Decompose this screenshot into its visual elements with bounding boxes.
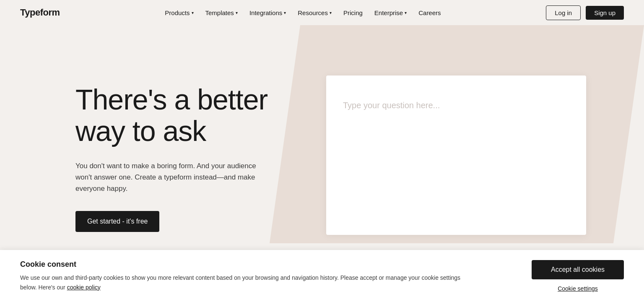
chevron-down-icon: ▾ <box>192 10 194 15</box>
hero-subtitle: You don't want to make a boring form. An… <box>75 160 268 195</box>
cookie-description: We use our own and third-party cookies t… <box>20 273 465 292</box>
nav-links: Products ▾ Templates ▾ Integrations ▾ Re… <box>160 6 446 20</box>
logo[interactable]: Typeform <box>20 7 60 18</box>
hero-content: There's a better way to ask You don't wa… <box>75 50 310 232</box>
nav-templates[interactable]: Templates ▾ <box>200 6 243 20</box>
nav-integrations[interactable]: Integrations ▾ <box>244 6 291 20</box>
login-button[interactable]: Log in <box>546 5 581 20</box>
cookie-banner: Cookie consent We use our own and third-… <box>0 250 644 302</box>
get-started-button[interactable]: Get started - it's free <box>75 211 159 232</box>
hero-title: There's a better way to ask <box>75 84 310 147</box>
cookie-policy-link[interactable]: cookie policy <box>67 284 101 291</box>
nav-actions: Log in Sign up <box>546 5 624 20</box>
nav-pricing[interactable]: Pricing <box>338 6 368 20</box>
chevron-down-icon: ▾ <box>236 10 238 15</box>
nav-careers[interactable]: Careers <box>413 6 446 20</box>
typeform-demo-card: Type your question here... <box>326 76 586 235</box>
chevron-down-icon: ▾ <box>284 10 286 15</box>
cookie-actions: Accept all cookies Cookie settings <box>532 260 624 292</box>
signup-button[interactable]: Sign up <box>586 6 624 20</box>
cookie-title: Cookie consent <box>20 260 465 269</box>
hero-section: There's a better way to ask You don't wa… <box>0 25 644 243</box>
chevron-down-icon: ▾ <box>405 10 407 15</box>
cookie-text: Cookie consent We use our own and third-… <box>20 260 465 292</box>
nav-resources[interactable]: Resources ▾ <box>293 6 337 20</box>
nav-products[interactable]: Products ▾ <box>160 6 198 20</box>
accept-cookies-button[interactable]: Accept all cookies <box>532 260 624 279</box>
cookie-settings-button[interactable]: Cookie settings <box>558 285 598 292</box>
hero-illustration: Type your question here... <box>310 50 602 235</box>
chevron-down-icon: ▾ <box>330 10 332 15</box>
nav-enterprise[interactable]: Enterprise ▾ <box>369 6 412 20</box>
main-nav: Typeform Products ▾ Templates ▾ Integrat… <box>0 0 644 25</box>
form-placeholder-text: Type your question here... <box>343 101 440 110</box>
